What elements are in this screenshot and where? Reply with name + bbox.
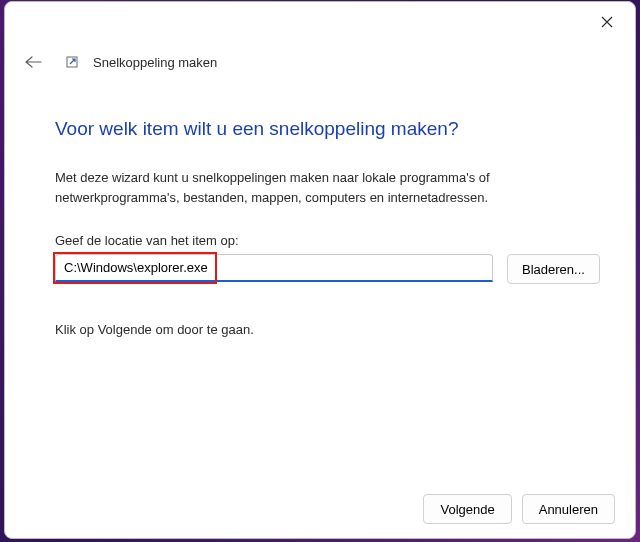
header-row: Snelkoppeling maken — [5, 42, 635, 78]
content-area: Voor welk item wilt u een snelkoppeling … — [5, 78, 635, 480]
wizard-description: Met deze wizard kunt u snelkoppelingen m… — [55, 168, 585, 207]
wizard-window: Snelkoppeling maken Voor welk item wilt … — [4, 1, 636, 539]
input-row: Bladeren... — [55, 254, 585, 284]
page-title: Snelkoppeling maken — [93, 55, 217, 70]
wizard-heading: Voor welk item wilt u een snelkoppeling … — [55, 118, 585, 140]
back-arrow-icon — [24, 55, 42, 69]
next-button[interactable]: Volgende — [423, 494, 511, 524]
close-icon — [601, 16, 613, 28]
input-wrap — [55, 254, 493, 282]
footer: Volgende Annuleren — [5, 480, 635, 538]
titlebar — [5, 2, 635, 42]
close-button[interactable] — [587, 6, 627, 38]
back-button[interactable] — [17, 46, 49, 78]
location-input[interactable] — [55, 254, 493, 282]
location-label: Geef de locatie van het item op: — [55, 233, 585, 248]
shortcut-icon — [65, 54, 81, 70]
cancel-button[interactable]: Annuleren — [522, 494, 615, 524]
wizard-hint: Klik op Volgende om door te gaan. — [55, 322, 585, 337]
browse-button[interactable]: Bladeren... — [507, 254, 600, 284]
